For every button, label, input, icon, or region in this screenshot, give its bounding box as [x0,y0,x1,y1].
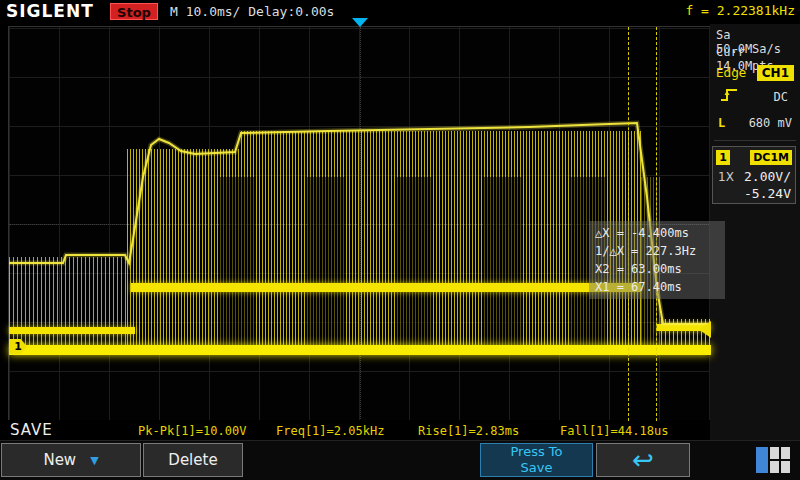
channel1-number-badge: 1 [716,150,730,165]
return-arrow-icon: ↩ [632,447,654,473]
trigger-level-letter: L [718,116,725,130]
press-to-save-line1: Press To [510,444,562,460]
waveform-modulation-gap [483,177,521,345]
trigger-coupling-label[interactable]: DC [774,90,788,104]
menu-pages-icon-square [781,461,790,473]
menu-pages-icon-bar [756,447,768,473]
waveform-modulation-gap [395,177,433,345]
trigger-level-value[interactable]: 680 mV [749,116,792,130]
channel1-info-box[interactable]: 1 DC1M 1X 2.00V/ -5.24V [712,146,796,204]
channel1-coupling-badge: DC1M [750,150,792,165]
trigger-slope-icon[interactable] [720,87,738,106]
delete-button-label: Delete [168,451,217,469]
press-to-save-line2: Save [521,460,553,476]
cursor-x1: X1 = 67.40ms [595,278,719,296]
measurement-pkpk: Pk-Pk[1]=10.00V [138,424,246,438]
channel1-offset: -5.24V [744,186,791,201]
channel1-marker-label: 1 [14,340,22,353]
menu-pages-icon-square [781,447,790,459]
mode-label: SAVE [10,421,53,439]
waveform-bright-band [131,283,641,292]
measurement-freq: Freq[1]=2.05kHz [276,424,384,438]
channel1-volts-per-div: 2.00V/ [744,169,791,184]
waveform-modulation-gap [219,177,255,345]
return-button[interactable]: ↩ [596,443,690,477]
new-button[interactable]: New ▼ [1,443,141,477]
trigger-position-marker[interactable] [352,18,368,27]
cursor-delta-x: △X = -4.400ms [595,224,719,242]
softkey-menu-bar: New ▼ Delete Press To Save ↩ [0,440,800,480]
menu-pages-icon[interactable] [756,447,790,473]
press-to-save-button[interactable]: Press To Save [480,443,593,477]
waveform-baseline [9,345,711,355]
trigger-source-badge[interactable]: CH1 [757,65,794,81]
measurement-fall: Fall[1]=44.18us [560,424,668,438]
measurement-rise: Rise[1]=2.83ms [418,424,519,438]
cursor-readout-box: △X = -4.400ms 1/△X = 227.3Hz X2 = 63.00m… [589,221,725,299]
plot-area: △X = -4.400ms 1/△X = 227.3Hz X2 = 63.00m… [8,26,712,422]
panel-divider [714,140,796,141]
cursor-inv-delta-x: 1/△X = 227.3Hz [595,242,719,260]
frequency-counter: f = 2.22381kHz [685,3,795,18]
run-state-badge[interactable]: Stop [110,3,158,20]
waveform-modulation-gap [307,177,345,345]
menu-pages-icon-square [770,461,779,473]
cursor-x2: X2 = 63.00ms [595,260,719,278]
timebase-readout[interactable]: M 10.0ms/ Delay:0.00s [170,4,334,19]
trigger-type-label[interactable]: Edge [716,66,746,80]
menu-pages-icon-square [770,447,779,459]
delete-button[interactable]: Delete [143,443,243,477]
waveform-bright-band [9,327,135,334]
channel1-probe-ratio: 1X [718,170,734,184]
new-button-label: New [43,451,76,469]
oscilloscope-screen: SIGLENT Stop M 10.0ms/ Delay:0.00s f = 2… [0,0,800,480]
siglent-logo: SIGLENT [6,1,94,21]
status-row: SAVE Pk-Pk[1]=10.00V Freq[1]=2.05kHz Ris… [0,420,710,440]
top-bar: SIGLENT Stop M 10.0ms/ Delay:0.00s f = 2… [0,0,800,24]
dropdown-arrow-icon: ▼ [90,454,98,467]
